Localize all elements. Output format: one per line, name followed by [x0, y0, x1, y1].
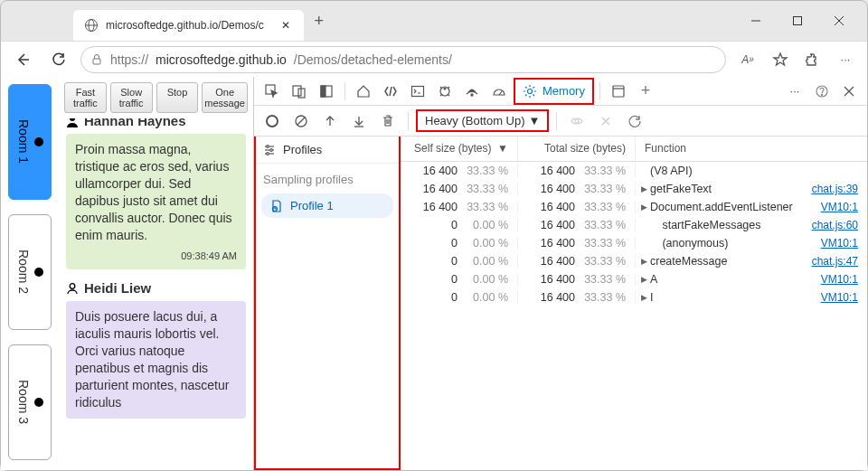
clear-button[interactable] [288, 108, 314, 134]
svg-point-19 [471, 94, 473, 96]
expand-icon[interactable]: ▶ [641, 275, 647, 284]
upload-icon[interactable] [317, 108, 343, 134]
extensions-button[interactable] [798, 45, 827, 74]
room-2-tab[interactable]: Room 2 [8, 214, 52, 330]
source-link[interactable]: chat.js:60 [812, 219, 867, 231]
memory-tab[interactable]: Memory [514, 78, 594, 105]
profiles-header: Profiles [283, 143, 322, 156]
table-row[interactable]: 00.00 %16 40033.33 %▶ (anonymous)VM10:1 [401, 234, 867, 252]
svg-point-42 [270, 148, 273, 151]
help-icon[interactable] [809, 79, 835, 104]
more-icon[interactable]: ··· [782, 79, 807, 104]
expand-icon[interactable]: ▶ [641, 203, 647, 212]
status-dot [34, 398, 43, 407]
chat-sender-name: Hannan Haynes [66, 118, 246, 134]
minimize-button[interactable] [735, 6, 777, 35]
expand-icon[interactable]: ▶ [641, 184, 647, 193]
performance-tab[interactable] [486, 79, 512, 104]
rooms-sidebar: Room 1 Room 2 Room 3 [1, 77, 59, 470]
tab-title: microsoftedge.github.io/Demos/c [106, 19, 264, 32]
column-function[interactable]: Function [636, 137, 867, 161]
view-mode-dropdown[interactable]: Heavy (Bottom Up) ▼ [416, 109, 549, 132]
function-name: getFakeText [650, 183, 712, 195]
svg-point-9 [70, 118, 75, 121]
source-link[interactable]: VM10:1 [821, 237, 867, 250]
one-message-button[interactable]: One message [202, 82, 248, 113]
more-tabs-button[interactable]: + [633, 79, 658, 104]
stop-button[interactable]: Stop [156, 82, 199, 113]
gear-icon [523, 84, 537, 99]
network-tab[interactable] [459, 79, 485, 104]
function-name: I [650, 291, 653, 304]
status-dot [34, 137, 43, 146]
filter-icon[interactable] [263, 144, 276, 156]
table-row[interactable]: 00.00 %16 40033.33 %▶createMessagechat.j… [401, 252, 867, 270]
favorite-button[interactable] [766, 45, 795, 74]
source-link[interactable]: chat.js:47 [812, 255, 867, 268]
eye-icon [564, 108, 590, 134]
table-row[interactable]: 00.00 %16 40033.33 %▶ startFakeMessagesc… [401, 216, 867, 234]
inspect-icon[interactable] [259, 79, 285, 104]
console-tab[interactable] [405, 79, 430, 104]
new-tab-button[interactable]: + [304, 5, 335, 36]
refresh-button[interactable] [44, 45, 73, 74]
column-total-size[interactable]: Total size (bytes) [518, 137, 636, 161]
application-tab[interactable] [606, 79, 631, 104]
slow-traffic-button[interactable]: Slow traffic [110, 82, 153, 113]
table-row[interactable]: 00.00 %16 40033.33 %▶AVM10:1 [401, 270, 867, 288]
sampling-profiles-label: Sampling profiles [256, 164, 399, 192]
fast-traffic-button[interactable]: Fast traffic [64, 82, 107, 113]
svg-point-21 [528, 89, 533, 93]
column-self-size[interactable]: Self size (bytes) ▼ [401, 137, 518, 161]
url-input[interactable]: https://microsoftedge.github.io/Demos/de… [80, 46, 726, 73]
table-row[interactable]: 16 40033.33 %16 40033.33 %▶getFakeTextch… [401, 180, 867, 198]
browser-tab[interactable]: microsoftedge.github.io/Demos/c ✕ [73, 10, 304, 41]
profiles-pane: Profiles Sampling profiles Profile 1 [254, 137, 401, 470]
profile-item[interactable]: Profile 1 [261, 193, 393, 218]
address-bar: https://microsoftedge.github.io/Demos/de… [1, 41, 867, 77]
back-button[interactable] [8, 45, 37, 74]
settings-menu-button[interactable]: ··· [831, 45, 860, 74]
function-name: (V8 API) [650, 165, 693, 177]
function-name: createMessage [650, 255, 727, 268]
elements-tab[interactable] [378, 79, 403, 104]
close-tab-icon[interactable]: ✕ [278, 18, 293, 33]
profile-file-icon [270, 200, 283, 212]
globe-icon [84, 18, 99, 33]
person-icon [66, 282, 79, 295]
source-link[interactable]: VM10:1 [821, 201, 867, 213]
url-path: /Demos/detached-elements/ [294, 52, 452, 67]
svg-point-18 [444, 88, 446, 89]
dock-icon[interactable] [314, 79, 339, 104]
function-name: startFakeMessages [662, 219, 760, 231]
source-link[interactable]: VM10:1 [821, 273, 867, 286]
read-aloud-button[interactable]: A» [733, 45, 762, 74]
chat-sender-name: Heidi Liew [66, 277, 246, 301]
svg-rect-12 [293, 86, 301, 96]
download-icon[interactable] [346, 108, 372, 134]
message-timestamp: 09:38:49 AM [75, 250, 237, 263]
maximize-button[interactable] [777, 6, 818, 35]
table-row[interactable]: 00.00 %16 40033.33 %▶IVM10:1 [401, 288, 867, 306]
room-1-tab[interactable]: Room 1 [8, 84, 52, 200]
source-link[interactable]: chat.js:39 [812, 183, 867, 195]
svg-rect-4 [794, 17, 802, 25]
chat-message: Proin massa magna, tristique ac eros sed… [66, 134, 246, 269]
svg-point-41 [267, 145, 269, 147]
refresh-icon[interactable] [622, 108, 647, 134]
expand-icon[interactable]: ▶ [641, 257, 647, 266]
delete-icon[interactable] [375, 108, 401, 134]
welcome-tab[interactable] [351, 79, 376, 104]
svg-point-10 [70, 284, 75, 289]
expand-icon[interactable]: ▶ [641, 293, 647, 302]
close-icon [593, 108, 618, 134]
source-link[interactable]: VM10:1 [821, 291, 867, 304]
close-window-button[interactable] [818, 6, 860, 35]
record-button[interactable] [259, 108, 285, 134]
sources-tab[interactable] [432, 79, 458, 104]
device-icon[interactable] [287, 79, 312, 104]
table-row[interactable]: 16 40033.33 %16 40033.33 %▶Document.addE… [401, 198, 867, 216]
close-devtools-icon[interactable] [836, 79, 862, 104]
table-row[interactable]: 16 40033.33 %16 40033.33 %▶(V8 API) [401, 162, 867, 180]
room-3-tab[interactable]: Room 3 [8, 344, 52, 460]
